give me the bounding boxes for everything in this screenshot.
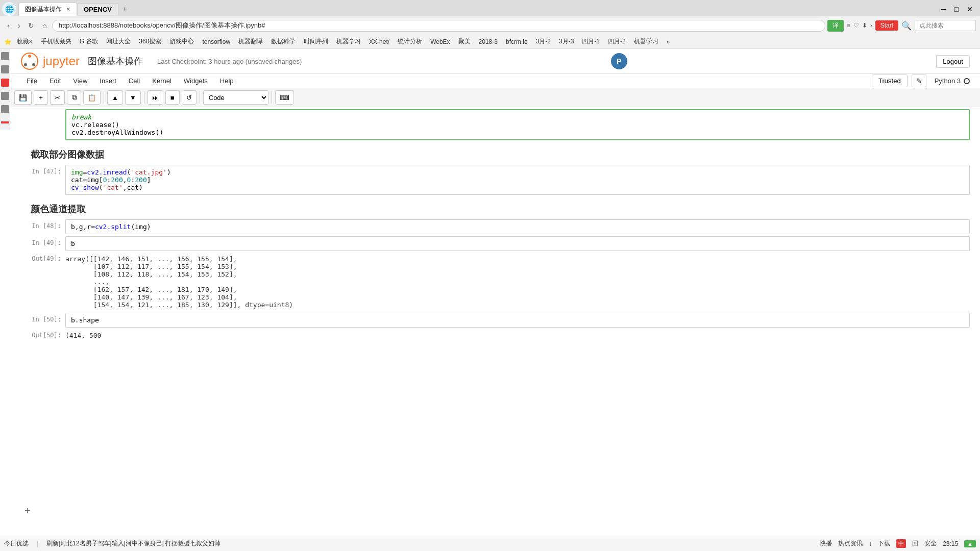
menu-view[interactable]: View bbox=[67, 74, 93, 88]
status-network-icon: ▲ bbox=[964, 540, 976, 547]
menu-insert[interactable]: Insert bbox=[93, 74, 122, 88]
trusted-label: Trusted bbox=[878, 77, 901, 85]
keyboard-shortcuts-button[interactable]: ⌨ bbox=[275, 90, 294, 105]
bookmark-apr2[interactable]: 四月-2 bbox=[605, 36, 629, 47]
bookmark-mobile[interactable]: 手机收藏夹 bbox=[38, 36, 75, 47]
tab-1[interactable]: 图像基本操作 ✕ bbox=[18, 3, 77, 16]
bookmark-mar2[interactable]: 3月-2 bbox=[533, 36, 554, 47]
cell-47-line1: img=cv2.imread('cat.jpg') bbox=[71, 168, 964, 176]
side-panel-icon-4[interactable] bbox=[1, 92, 9, 100]
edit-icon-button[interactable]: ✎ bbox=[912, 74, 926, 87]
bookmark-mar3[interactable]: 3月-3 bbox=[556, 36, 577, 47]
cell-47-input[interactable]: img=cv2.imread('cat.jpg') cat=img[0:200,… bbox=[65, 165, 970, 195]
output-50-label: Out[50]: bbox=[20, 330, 61, 339]
python-indicator: Python 3 bbox=[935, 77, 970, 85]
cell-49-input[interactable]: b bbox=[65, 236, 970, 251]
status-time: 23:15 bbox=[943, 540, 958, 547]
trusted-button[interactable]: Trusted bbox=[872, 74, 908, 87]
prev-cell-row: break vc.release() cv2.destroyAllWindows… bbox=[20, 109, 970, 140]
maximize-button[interactable]: □ bbox=[951, 4, 962, 14]
cell-50-label: In [50]: bbox=[20, 313, 61, 323]
add-cell-bottom-button[interactable]: + bbox=[20, 504, 35, 518]
notebook-content: break vc.release() cv2.destroyAllWindows… bbox=[10, 107, 980, 515]
fast-forward-button[interactable]: ⏭ bbox=[148, 90, 163, 105]
minimize-button[interactable]: ─ bbox=[938, 4, 949, 14]
bookmark-360[interactable]: 360搜索 bbox=[136, 36, 164, 47]
start-button[interactable]: Start bbox=[875, 20, 898, 31]
menu-kernel[interactable]: Kernel bbox=[146, 74, 178, 88]
bookmark-stats[interactable]: 统计分析 bbox=[395, 36, 425, 47]
output-49-content: array([[142, 146, 151, ..., 156, 155, 15… bbox=[65, 253, 970, 311]
bookmark-timeseries[interactable]: 时间序列 bbox=[301, 36, 331, 47]
bookmark-tensorflow[interactable]: tensorflow bbox=[199, 37, 233, 46]
save-button[interactable]: 💾 bbox=[14, 90, 32, 105]
cell-50-input[interactable]: b.shape bbox=[65, 313, 970, 328]
status-hotspot: 热点资讯 bbox=[838, 539, 863, 548]
address-bar[interactable] bbox=[52, 20, 825, 32]
add-cell-button[interactable]: + bbox=[34, 90, 48, 105]
bookmark-web[interactable]: 网址大全 bbox=[103, 36, 134, 47]
search-icon: 🔍 bbox=[901, 21, 912, 31]
side-panel-icon-3[interactable] bbox=[1, 79, 9, 87]
translate-button[interactable]: 译 bbox=[827, 20, 844, 32]
menu-widgets[interactable]: Widgets bbox=[178, 74, 214, 88]
side-panel-icon-6[interactable] bbox=[1, 121, 9, 123]
bookmark-favorites[interactable]: 收藏» bbox=[14, 36, 36, 47]
bookmark-datascience[interactable]: 数据科学 bbox=[268, 36, 299, 47]
tab-1-close-icon[interactable]: ✕ bbox=[66, 6, 70, 13]
copy-button[interactable]: ⧉ bbox=[67, 90, 81, 105]
cell-type-select[interactable]: Code Markdown Raw NBConvert bbox=[203, 90, 268, 105]
close-button[interactable]: ✕ bbox=[964, 4, 976, 14]
new-tab-button[interactable]: + bbox=[118, 3, 131, 16]
side-panel-icon-1[interactable] bbox=[1, 52, 9, 60]
bookmark-more[interactable]: » bbox=[664, 37, 673, 46]
svg-point-1 bbox=[28, 55, 31, 58]
tab-2[interactable]: OPENCV bbox=[77, 3, 118, 15]
bookmark-translate[interactable]: 机器翻译 bbox=[235, 36, 266, 47]
bookmark-ml[interactable]: 机器学习 bbox=[333, 36, 364, 47]
bookmark-webex[interactable]: WebEx bbox=[427, 37, 453, 46]
logout-button[interactable]: Logout bbox=[936, 55, 970, 68]
side-panel-icon-2[interactable] bbox=[1, 65, 9, 73]
paste-button[interactable]: 📋 bbox=[83, 90, 101, 105]
svg-point-3 bbox=[32, 63, 35, 66]
bookmark-ml2[interactable]: 机器学习 bbox=[631, 36, 662, 47]
toolbar-sep-1 bbox=[104, 91, 104, 104]
prev-cell-label bbox=[20, 109, 61, 112]
side-panel-icon-5[interactable] bbox=[1, 105, 9, 113]
status-bar: 今日优选 | 刷新|河北12名男子驾车|输入|河中不像身己| 打摆救援七叔父妇薄… bbox=[0, 536, 980, 551]
move-up-button[interactable]: ▲ bbox=[107, 90, 123, 105]
home-button[interactable]: ⌂ bbox=[39, 20, 50, 31]
bookmark-apr1[interactable]: 四月-1 bbox=[579, 36, 603, 47]
status-icon-1: 回 bbox=[912, 539, 918, 548]
prev-cell-input[interactable]: break vc.release() cv2.destroyAllWindows… bbox=[65, 109, 970, 140]
refresh-button[interactable]: ↻ bbox=[25, 20, 37, 31]
checkpoint-status: Last Checkpoint: 3 hours ago (unsaved ch… bbox=[157, 58, 302, 65]
prev-cell-code3: cv2.destroyAllWindows() bbox=[71, 129, 964, 136]
cell-49-label: In [49]: bbox=[20, 236, 61, 246]
bookmark-jmei[interactable]: 聚美 bbox=[455, 36, 474, 47]
bookmark-games[interactable]: 游戏中心 bbox=[166, 36, 197, 47]
bookmark-bfcrm[interactable]: bfcrm.io bbox=[503, 37, 531, 46]
search-input[interactable] bbox=[915, 20, 976, 31]
bookmark-2018[interactable]: 2018-3 bbox=[476, 37, 501, 46]
menu-help[interactable]: Help bbox=[214, 74, 240, 88]
nav-right: 译 ≡ ♡ ⬇ › Start 🔍 bbox=[827, 20, 976, 32]
menu-cell[interactable]: Cell bbox=[122, 74, 146, 88]
bookmark-xxnet[interactable]: XX-net/ bbox=[366, 37, 393, 46]
stop-button[interactable]: ■ bbox=[165, 90, 180, 105]
cut-button[interactable]: ✂ bbox=[50, 90, 65, 105]
bookmark-google[interactable]: G 谷歌 bbox=[77, 36, 102, 47]
restart-button[interactable]: ↺ bbox=[182, 90, 197, 105]
move-down-button[interactable]: ▼ bbox=[125, 90, 141, 105]
menu-bar: File Edit View Insert Cell Kernel Widget… bbox=[10, 74, 980, 88]
menu-file[interactable]: File bbox=[20, 74, 43, 88]
forward-button[interactable]: › bbox=[15, 20, 23, 31]
back-button[interactable]: ‹ bbox=[4, 20, 13, 31]
cell-48-input[interactable]: b,g,r=cv2.split(img) bbox=[65, 219, 970, 234]
menu-edit[interactable]: Edit bbox=[43, 74, 67, 88]
tab-bar: 🌐 图像基本操作 ✕ OPENCV + ─ □ ✕ bbox=[0, 0, 980, 16]
section1-heading: 截取部分图像数据 bbox=[31, 148, 960, 161]
toolbar-sep-2 bbox=[144, 91, 144, 104]
jupyter-header: jupyter 图像基本操作 Last Checkpoint: 3 hours … bbox=[10, 49, 980, 74]
